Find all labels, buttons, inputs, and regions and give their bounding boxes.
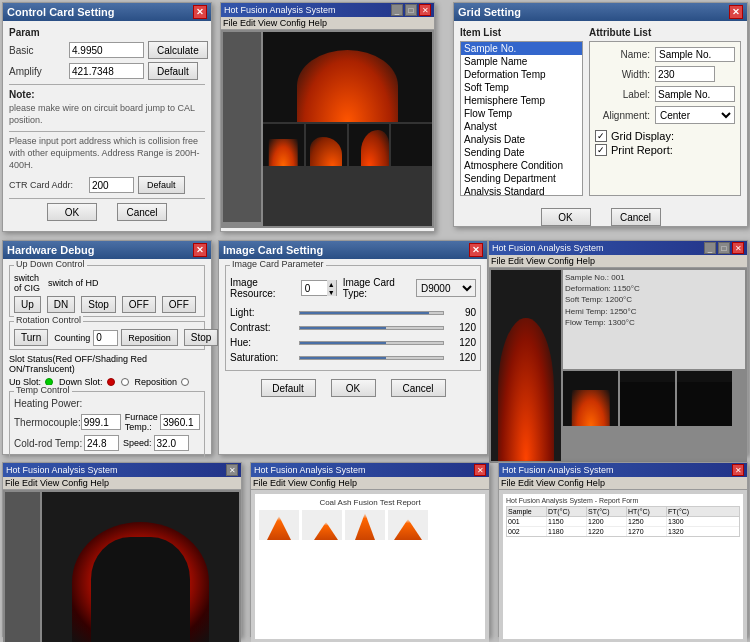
switch-cig-label: switch of CIG <box>14 273 44 293</box>
down-button[interactable]: DN <box>47 296 75 313</box>
br-row-2: 002 1180 1220 1270 1320 <box>507 527 739 536</box>
hue-value: 120 <box>448 337 476 348</box>
thumb-3 <box>349 124 390 166</box>
grid-cancel-button[interactable]: Cancel <box>611 208 661 226</box>
bl-close[interactable]: ✕ <box>226 464 238 476</box>
coldrod-label: Cold-rod Temp: <box>14 438 84 449</box>
speed-label: Speed: <box>123 438 152 448</box>
control-card-titlebar: Control Card Setting ✕ <box>3 3 211 21</box>
list-item-10[interactable]: Sending Department <box>461 172 582 185</box>
pr-minimize[interactable]: _ <box>704 242 716 254</box>
calculate-button[interactable]: Calculate <box>148 41 208 59</box>
label-input[interactable] <box>655 86 735 102</box>
image-cancel-button[interactable]: Cancel <box>391 379 446 397</box>
up-down-group: Up Down Control switch of CIG switch of … <box>9 265 205 317</box>
speed-input[interactable] <box>154 435 189 451</box>
ctr-input[interactable] <box>89 177 134 193</box>
stop-button-2[interactable]: Stop <box>184 329 219 346</box>
list-item-3[interactable]: Soft Temp <box>461 81 582 94</box>
switch-hd-label: switch of HD <box>48 278 99 288</box>
thermocouple-row: Thermocouple: Furnace Temp.: <box>14 412 200 432</box>
list-item-7[interactable]: Analysis Date <box>461 133 582 146</box>
alignment-select[interactable]: Center Left Right <box>655 106 735 124</box>
list-item-1[interactable]: Sample Name <box>461 55 582 68</box>
mini-graph-4 <box>388 510 428 540</box>
temp-group: Temp Control Heating Power: Thermocouple… <box>9 391 205 458</box>
list-item-4[interactable]: Hemisphere Temp <box>461 94 582 107</box>
bl-sidebar <box>5 492 40 642</box>
list-item-9[interactable]: Atmosphere Condition <box>461 159 582 172</box>
note-label: Note: <box>9 89 205 100</box>
particle-right-title: Hot Fusion Analysis System <box>492 243 604 253</box>
bottom-right-window: Hot Fusion Analysis System ✕ File Edit V… <box>498 462 748 637</box>
grid-ok-button[interactable]: OK <box>541 208 591 226</box>
pr-maximize[interactable]: □ <box>718 242 730 254</box>
grid-close[interactable]: ✕ <box>729 5 743 19</box>
image-ok-button[interactable]: OK <box>331 379 376 397</box>
counting-input[interactable] <box>93 330 118 346</box>
type-select[interactable]: D9000 <box>416 279 476 297</box>
up-button[interactable]: Up <box>14 296 41 313</box>
list-item-0[interactable]: Sample No. <box>461 42 582 55</box>
list-item-2[interactable]: Deformation Temp <box>461 68 582 81</box>
pr-thumb-3 <box>677 371 732 426</box>
up-down-switch-row: switch of CIG switch of HD <box>14 273 200 293</box>
amplify-input[interactable] <box>69 63 144 79</box>
off-btn-2[interactable]: OFF <box>162 296 196 313</box>
grid-display-row: ✓ Grid Display: <box>595 130 735 142</box>
list-item-11[interactable]: Analysis Standard <box>461 185 582 196</box>
amplify-row: Amplify Default <box>9 62 205 80</box>
hue-label: Hue: <box>230 337 295 348</box>
bl-title: Hot Fusion Analysis System <box>6 465 118 475</box>
list-item-8[interactable]: Sending Date <box>461 146 582 159</box>
furnace-input[interactable] <box>160 414 200 430</box>
grid-titlebar: Grid Setting ✕ <box>454 3 747 21</box>
turn-button[interactable]: Turn <box>14 329 48 346</box>
pr-thumb-2 <box>620 371 675 426</box>
ud-buttons-row: Up DN Stop OFF OFF <box>14 296 200 313</box>
width-input[interactable] <box>655 66 715 82</box>
control-card-close[interactable]: ✕ <box>193 5 207 19</box>
amplify-default-button[interactable]: Default <box>148 62 198 80</box>
particle-top-close[interactable]: ✕ <box>419 4 431 16</box>
ok-button[interactable]: OK <box>47 203 97 221</box>
saturation-label: Saturation: <box>230 352 295 363</box>
pr-close[interactable]: ✕ <box>732 242 744 254</box>
hue-track[interactable] <box>299 341 444 345</box>
br-table-header: Sample DT(°C) ST(°C) HT(°C) FT(°C) <box>507 507 739 517</box>
print-report-label: Print Report: <box>611 144 673 156</box>
alignment-row: Alignment: Center Left Right <box>595 106 735 124</box>
cancel-button[interactable]: Cancel <box>117 203 167 221</box>
image-default-button[interactable]: Default <box>261 379 316 397</box>
image-card-window: Image Card Setting ✕ Image Card Paramete… <box>218 240 488 455</box>
mini-graph-1 <box>259 510 299 540</box>
basic-input[interactable] <box>69 42 144 58</box>
stop-button[interactable]: Stop <box>81 296 116 313</box>
ctr-default-button[interactable]: Default <box>138 176 185 194</box>
bottom-middle-window: Hot Fusion Analysis System ✕ File Edit V… <box>250 462 490 637</box>
resource-down[interactable]: ▼ <box>327 288 336 296</box>
light-track[interactable] <box>299 311 444 315</box>
resource-up[interactable]: ▲ <box>327 280 336 288</box>
thermo-input[interactable] <box>81 414 121 430</box>
contrast-track[interactable] <box>299 326 444 330</box>
list-item-6[interactable]: Analyst <box>461 120 582 133</box>
hw-close[interactable]: ✕ <box>193 243 207 257</box>
saturation-track[interactable] <box>299 356 444 360</box>
resource-value: 0 <box>302 283 327 294</box>
particle-top-minimize[interactable]: _ <box>391 4 403 16</box>
print-report-checkbox[interactable]: ✓ <box>595 144 607 156</box>
off-btn-1[interactable]: OFF <box>122 296 156 313</box>
bm-close[interactable]: ✕ <box>474 464 486 476</box>
label-attr-label: Label: <box>595 89 650 100</box>
grid-content: Item List Sample No. Sample Name Deforma… <box>454 21 747 202</box>
image-card-close[interactable]: ✕ <box>469 243 483 257</box>
reposition-button[interactable]: Reposition <box>121 329 178 346</box>
list-item-5[interactable]: Flow Temp <box>461 107 582 120</box>
item-list[interactable]: Sample No. Sample Name Deformation Temp … <box>460 41 583 196</box>
coldrod-input[interactable] <box>84 435 119 451</box>
saturation-value: 120 <box>448 352 476 363</box>
particle-top-maximize[interactable]: □ <box>405 4 417 16</box>
br-close[interactable]: ✕ <box>732 464 744 476</box>
grid-display-checkbox[interactable]: ✓ <box>595 130 607 142</box>
